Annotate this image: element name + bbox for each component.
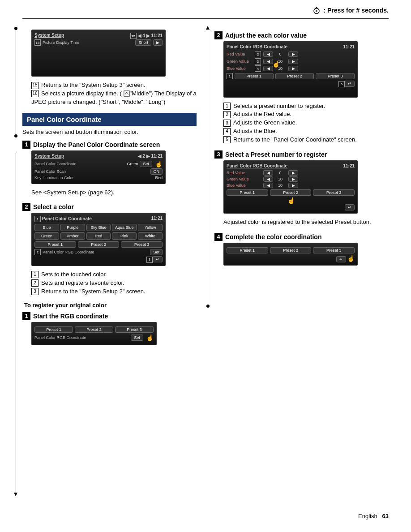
preset-button[interactable]: Preset 1	[34, 326, 73, 333]
set-button[interactable]: Set	[140, 161, 152, 167]
step-2-adjust: 2 Adjust the each color value	[214, 31, 389, 39]
rgb-adjust-screenshot: Panel Color RGB Coordinate11:21 Red Valu…	[223, 41, 358, 98]
preset-button[interactable]: Preset 3	[313, 247, 355, 253]
increase-button[interactable]: ▶	[288, 51, 298, 57]
page-footer: English 63	[358, 513, 389, 519]
step-4-complete: 4 Complete the color coordination	[214, 233, 389, 241]
preset-button[interactable]: Preset 3	[121, 241, 163, 248]
register-original-subhead: To register your original color	[24, 302, 197, 309]
color-button[interactable]: Pink	[112, 232, 137, 240]
step-1-display: 1 Display the Panel Color Coordinate scr…	[22, 141, 197, 149]
increase-button[interactable]: ▶	[288, 176, 298, 182]
increase-button[interactable]: ▶	[288, 170, 298, 176]
hand-cursor-icon: ☝	[146, 334, 154, 341]
back-button[interactable]: ↵	[345, 204, 355, 210]
decrease-button[interactable]: ◀	[263, 176, 273, 182]
tool-icon	[124, 90, 130, 97]
preset-button[interactable]: Preset 2	[270, 247, 312, 253]
hand-cursor-icon: ☝	[155, 160, 163, 167]
set-button[interactable]: Set	[131, 335, 143, 341]
left-column: System Setup 15 ◀ 4 ▶ 11:21 16 Picture D…	[22, 28, 197, 350]
color-button[interactable]: Blue	[34, 224, 59, 231]
step-1-rgb: 1 Start the RGB coordinate	[22, 312, 197, 320]
see-reference: See <System Setup> (page 62).	[31, 189, 197, 197]
panel-color-section-title: Panel Color Coordinate	[22, 113, 197, 126]
color-button[interactable]: Purple	[60, 224, 85, 231]
panel-color-section-desc: Sets the screen and button illumination …	[22, 129, 197, 135]
system-setup-4-desc: 15Returns to the "System Setup 3" screen…	[31, 81, 197, 107]
header-hint-text: : Press for # seconds.	[323, 7, 389, 14]
set-button[interactable]: Set	[150, 249, 163, 255]
preset-button[interactable]: Preset 1	[227, 247, 268, 253]
display-time-button[interactable]: Short	[135, 39, 151, 46]
back-button[interactable]: ↵	[345, 81, 355, 87]
increase-button[interactable]: ▶	[288, 59, 298, 64]
preset-button[interactable]: Preset 2	[78, 241, 120, 248]
back-button[interactable]: ↵	[336, 256, 346, 262]
preset-button[interactable]: Preset 1	[235, 73, 274, 79]
hand-cursor-icon: ☝	[272, 60, 280, 68]
decrease-button[interactable]: ◀	[263, 183, 273, 188]
rgb-desc-list: 1Selects a preset number to register. 2A…	[223, 102, 389, 144]
color-button[interactable]: Aqua Blue	[112, 224, 137, 231]
system-setup-4-screenshot: System Setup 15 ◀ 4 ▶ 11:21 16 Picture D…	[31, 30, 166, 77]
hand-cursor-icon: ☝	[347, 255, 355, 262]
back-button[interactable]: ↵	[153, 256, 163, 262]
color-button[interactable]: Amber	[60, 232, 85, 240]
decrease-button[interactable]: ◀	[263, 66, 273, 71]
complete-screenshot: Preset 1 Preset 2 Preset 3 ↵☝	[223, 243, 358, 266]
svg-text:#: #	[316, 9, 318, 13]
preset-button[interactable]: Preset 2	[75, 326, 113, 333]
color-button[interactable]: White	[138, 232, 163, 240]
step-2-select-color: 2 Select a color	[22, 203, 197, 211]
increase-button[interactable]: ▶	[288, 183, 298, 188]
preset-button[interactable]: Preset 3	[316, 73, 355, 79]
preset-button[interactable]: Preset 2	[270, 189, 312, 196]
right-column: 2 Adjust the each color value Panel Colo…	[214, 28, 389, 350]
rgb-preset-screenshot: Panel Color RGB Coordinate11:21 Red Valu…	[223, 160, 358, 214]
preset-button[interactable]: Preset 1	[227, 189, 268, 196]
decrease-button[interactable]: ◀	[263, 59, 273, 64]
preset-button[interactable]: Preset 3	[313, 189, 355, 196]
decrease-button[interactable]: ◀	[263, 51, 273, 57]
hand-cursor-icon: ☝	[287, 197, 295, 204]
header-hint: # : Press for # seconds.	[313, 6, 389, 14]
preset-registered-desc: Adjusted color is registered to the sele…	[223, 218, 389, 227]
preset-button[interactable]: Preset 3	[115, 326, 154, 333]
svg-rect-1	[316, 7, 317, 8]
color-button[interactable]: Red	[86, 232, 111, 240]
increase-button[interactable]: ▶	[288, 66, 298, 71]
play-button[interactable]: ▶	[153, 39, 163, 46]
header-divider: # : Press for # seconds.	[22, 18, 389, 19]
color-desc-list: 1Sets to the touched color. 2Sets and re…	[31, 270, 197, 296]
preset-button[interactable]: Preset 2	[275, 73, 314, 79]
timer-icon: #	[313, 6, 321, 14]
panel-color-coordinate-screenshot: 1 Panel Color Coordinate11:21 Blue Purpl…	[31, 213, 166, 266]
rgb-start-screenshot: Preset 1 Preset 2 Preset 3 Panel Color R…	[31, 322, 157, 345]
color-button[interactable]: Green	[34, 232, 59, 240]
system-setup-2-screenshot: System Setup ◀ 2 ▶ 11:21 Panel Color Coo…	[31, 150, 166, 184]
preset-button[interactable]: Preset 1	[34, 241, 76, 248]
step-3-select-preset: 3 Select a Preset number to register	[214, 150, 389, 159]
decrease-button[interactable]: ◀	[263, 170, 273, 176]
color-button[interactable]: Sky Blue	[86, 224, 111, 231]
on-toggle[interactable]: ON	[150, 168, 163, 175]
color-button[interactable]: Yellow	[138, 224, 163, 231]
